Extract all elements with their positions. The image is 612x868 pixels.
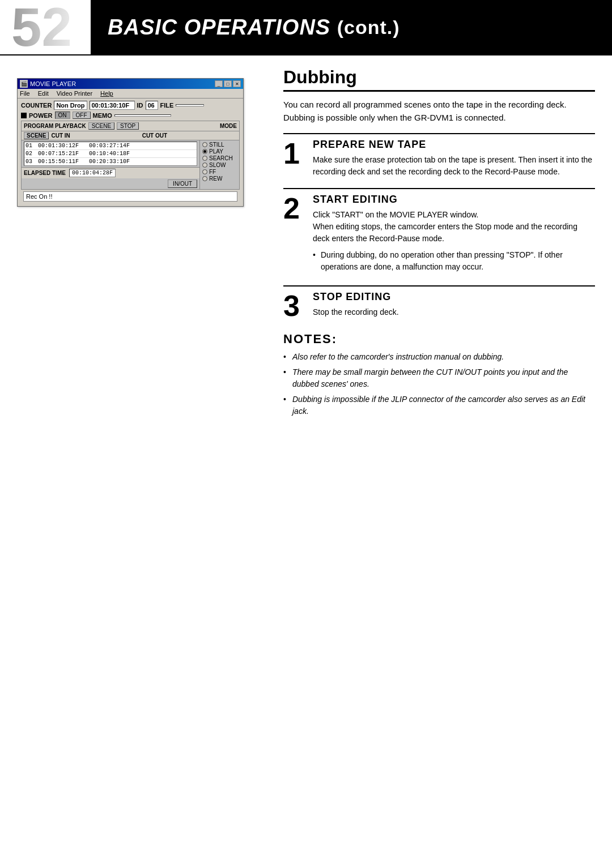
radio-play-label: PLAY (209, 148, 223, 155)
window-body: COUNTER Non Drop 00:01:30:10F ID 06 FILE… (18, 99, 243, 206)
radio-ff-circle (202, 169, 207, 174)
power-on-button[interactable]: ON (55, 112, 70, 119)
menu-help[interactable]: Help (100, 90, 113, 97)
power-row: POWER ON OFF MEMO (21, 112, 240, 119)
program-content: 01 00:01:30:12F 00:03:27:14F 02 00:07:15… (22, 140, 239, 189)
window-controls[interactable]: _ □ ✕ (215, 80, 241, 87)
close-button[interactable]: ✕ (233, 80, 241, 87)
id-value[interactable]: 06 (146, 101, 158, 110)
radio-ff[interactable]: FF (202, 169, 237, 175)
window-title: MOVIE PLAYER (30, 80, 76, 87)
elapsed-row: ELAPSED TIME 00:10:04:28F (22, 167, 199, 178)
counter-label: COUNTER (21, 102, 52, 109)
cutin-01: 00:01:30:12F (38, 143, 89, 149)
radio-play[interactable]: PLAY (202, 148, 237, 155)
step-2-number: 2 (283, 194, 306, 275)
step-2-heading: START EDITING (313, 194, 595, 206)
scene-03: 03 (26, 159, 38, 165)
step-1-number: 1 (283, 139, 306, 178)
window-title-left: 🎬 MOVIE PLAYER (20, 80, 76, 88)
table-row: 01 00:01:30:12F 00:03:27:14F (24, 142, 197, 150)
mode-radio-group: STILL PLAY SEARCH (199, 140, 239, 189)
cutin-03: 00:15:50:11F (38, 159, 89, 165)
radio-still-label: STILL (209, 142, 224, 148)
section-title: Dubbing (283, 67, 595, 92)
counter-value[interactable]: 00:01:30:10F (90, 101, 135, 110)
step-2: 2 START EDITING Click "START" on the MOV… (283, 188, 595, 275)
elapsed-label: ELAPSED TIME (24, 170, 66, 176)
main-content: 🎬 MOVIE PLAYER _ □ ✕ File Edit Video Pri… (0, 55, 612, 432)
window-menubar: File Edit Video Printer Help (18, 89, 243, 99)
left-panel: 🎬 MOVIE PLAYER _ □ ✕ File Edit Video Pri… (17, 67, 261, 421)
radio-still[interactable]: STILL (202, 142, 237, 148)
intro-text-1: You can record all programmed scenes ont… (283, 99, 595, 124)
notes-title: NOTES: (283, 332, 595, 347)
step-1-text: Make sure the erase protection tab on th… (313, 154, 595, 178)
step-3-heading: STOP EDITING (313, 291, 399, 303)
right-panel: Dubbing You can record all programmed sc… (278, 67, 595, 421)
step-1-content: PREPARE NEW TAPE Make sure the erase pro… (313, 139, 595, 178)
cutin-02: 00:07:15:21F (38, 151, 89, 157)
notes-list: Also refer to the camcorder's instructio… (283, 351, 595, 417)
table-row: 02 00:07:15:21F 00:10:40:18F (24, 150, 197, 158)
memo-value[interactable] (114, 114, 171, 117)
cutout-02: 00:10:40:18F (89, 151, 140, 157)
memo-label: MEMO (93, 112, 112, 119)
inout-button[interactable]: IN/OUT (168, 179, 197, 188)
radio-still-circle (202, 142, 207, 147)
maximize-button[interactable]: □ (224, 80, 232, 87)
program-header: PROGRAM PLAYBACK SCENE STOP MODE (22, 121, 239, 131)
window-titlebar: 🎬 MOVIE PLAYER _ □ ✕ (18, 79, 243, 89)
minimize-button[interactable]: _ (215, 80, 223, 87)
table-row: 03 00:15:50:11F 00:20:33:10F (24, 158, 197, 165)
menu-edit[interactable]: Edit (38, 90, 49, 97)
note-1: Also refer to the camcorder's instructio… (283, 351, 595, 363)
step-2-bullet-1: During dubbing, do no operation other th… (313, 249, 595, 273)
elapsed-value: 00:10:04:28F (69, 169, 116, 177)
title-text: BASIC OPERATIONS (108, 15, 330, 40)
radio-rew-circle (202, 176, 207, 181)
inout-row: IN/OUT (22, 178, 199, 189)
cut-in-label: CUT IN (51, 132, 70, 139)
radio-search-circle (202, 156, 207, 161)
step-3-content: STOP EDITING Stop the recording deck. (313, 291, 399, 320)
counter-nondrop: Non Drop (54, 101, 87, 110)
radio-options: STILL PLAY SEARCH (200, 140, 239, 183)
radio-slow[interactable]: SLOW (202, 162, 237, 168)
step-1: 1 PREPARE NEW TAPE Make sure the erase p… (283, 133, 595, 178)
mode-label: MODE (220, 123, 237, 129)
step-3: 3 STOP EDITING Stop the recording deck. (283, 285, 595, 320)
cut-out-label: CUT OUT (142, 132, 167, 139)
radio-rew[interactable]: REW (202, 176, 237, 182)
counter-row: COUNTER Non Drop 00:01:30:10F ID 06 FILE (21, 101, 240, 110)
note-2: There may be small margin between the CU… (283, 366, 595, 390)
radio-slow-label: SLOW (209, 162, 226, 168)
radio-search-label: SEARCH (209, 155, 233, 161)
menu-videoprinter[interactable]: Video Printer (57, 90, 92, 97)
file-value[interactable] (176, 104, 204, 106)
menu-file[interactable]: File (20, 90, 30, 97)
program-scene-button[interactable]: SCENE (88, 122, 114, 130)
scene-02: 02 (26, 151, 38, 157)
step-2-content: START EDITING Click "START" on the MOVIE… (313, 194, 595, 275)
program-left: 01 00:01:30:12F 00:03:27:14F 02 00:07:15… (22, 140, 199, 189)
cut-row: SCENE CUT IN CUT OUT (22, 131, 239, 140)
rec-on-row: Rec On !! (23, 191, 237, 202)
program-stop-button[interactable]: STOP (117, 122, 139, 130)
page-header: 52 BASIC OPERATIONS (cont.) (0, 0, 612, 55)
power-off-button[interactable]: OFF (73, 112, 91, 119)
id-label: ID (137, 102, 143, 109)
program-playback-label: PROGRAM PLAYBACK (24, 123, 86, 129)
radio-search[interactable]: SEARCH (202, 155, 237, 161)
cut-scene-button[interactable]: SCENE (24, 132, 49, 139)
scene-table: 01 00:01:30:12F 00:03:27:14F 02 00:07:15… (24, 142, 197, 166)
radio-rew-label: REW (209, 176, 222, 182)
page-title: BASIC OPERATIONS (cont.) (91, 0, 612, 54)
step-1-heading: PREPARE NEW TAPE (313, 139, 595, 151)
radio-slow-circle (202, 163, 207, 168)
file-label: FILE (160, 102, 174, 109)
cont-text: (cont.) (337, 16, 400, 39)
step-3-number: 3 (283, 291, 306, 320)
step-2-bullets: During dubbing, do no operation other th… (313, 249, 595, 273)
rec-on-text: Rec On !! (26, 193, 52, 200)
